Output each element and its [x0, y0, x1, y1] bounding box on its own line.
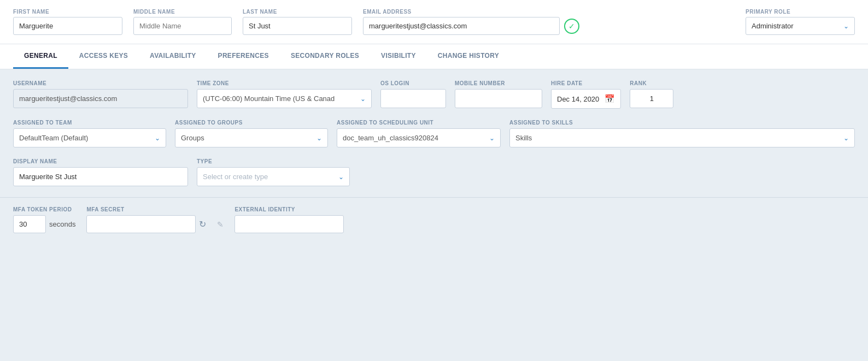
- type-field: TYPE Select or create type ⌄: [197, 158, 350, 186]
- email-wrapper: ✓: [363, 17, 735, 35]
- bottom-section: MFA TOKEN PERIOD seconds MFA SECRET ↻ ✎ …: [0, 197, 868, 242]
- assigned-scheduling-select[interactable]: doc_team_uh_classics920824 ⌄: [337, 128, 501, 147]
- assigned-skills-value: Skills: [515, 134, 840, 142]
- mfa-token-row: seconds: [13, 215, 75, 233]
- assigned-groups-value: Groups: [181, 134, 313, 142]
- assigned-team-select[interactable]: DefaultTeam (Default) ⌄: [13, 128, 166, 147]
- mfa-secret-field: MFA SECRET ↻: [86, 206, 206, 233]
- primary-role-value: Administrator: [752, 22, 840, 30]
- mobile-number-input[interactable]: [455, 89, 542, 108]
- assigned-skills-field: ASSIGNED TO SKILLS Skills ⌄: [509, 120, 855, 147]
- refresh-icon[interactable]: ↻: [199, 219, 206, 229]
- timezone-field: TIME ZONE (UTC-06:00) Mountain Time (US …: [197, 80, 372, 108]
- scheduling-chevron-icon: ⌄: [489, 134, 495, 142]
- os-login-input[interactable]: [380, 89, 446, 108]
- display-name-label: DISPLAY NAME: [13, 158, 188, 164]
- hire-date-picker[interactable]: Dec 14, 2020 📅: [551, 89, 621, 109]
- assigned-groups-label: ASSIGNED TO GROUPS: [175, 120, 328, 126]
- tab-availability[interactable]: AVAILABILITY: [139, 44, 207, 69]
- primary-role-label: PRIMARY ROLE: [746, 9, 855, 15]
- last-name-group: LAST NAME: [243, 9, 352, 35]
- external-identity-input[interactable]: [234, 215, 344, 233]
- assigned-scheduling-field: ASSIGNED TO SCHEDULING UNIT doc_team_uh_…: [337, 120, 501, 147]
- assigned-groups-select[interactable]: Groups ⌄: [175, 128, 328, 147]
- mobile-number-field: MOBILE NUMBER: [455, 80, 542, 108]
- tab-preferences[interactable]: PREFERENCES: [207, 44, 280, 69]
- tab-visibility[interactable]: VISIBILITY: [370, 44, 427, 69]
- rank-label: RANK: [630, 80, 673, 86]
- top-bar: FIRST NAME MIDDLE NAME LAST NAME EMAIL A…: [0, 0, 868, 44]
- hire-date-value: Dec 14, 2020: [557, 95, 599, 103]
- mobile-number-label: MOBILE NUMBER: [455, 80, 542, 86]
- os-login-label: OS LOGIN: [380, 80, 446, 86]
- row-1: USERNAME TIME ZONE (UTC-06:00) Mountain …: [13, 80, 855, 109]
- assigned-scheduling-value: doc_team_uh_classics920824: [343, 134, 486, 142]
- groups-chevron-icon: ⌄: [316, 134, 322, 142]
- mfa-secret-input[interactable]: [86, 215, 196, 233]
- last-name-label: LAST NAME: [243, 9, 352, 15]
- assigned-scheduling-label: ASSIGNED TO SCHEDULING UNIT: [337, 120, 501, 126]
- primary-role-chevron-icon: ⌄: [843, 22, 849, 30]
- type-label: TYPE: [197, 158, 350, 164]
- username-field: USERNAME: [13, 80, 188, 108]
- display-name-field: DISPLAY NAME: [13, 158, 188, 186]
- display-name-input[interactable]: [13, 167, 188, 186]
- seconds-label: seconds: [49, 220, 75, 228]
- middle-name-input[interactable]: [133, 17, 232, 35]
- assigned-groups-field: ASSIGNED TO GROUPS Groups ⌄: [175, 120, 328, 147]
- type-placeholder: Select or create type: [203, 173, 335, 181]
- primary-role-group: PRIMARY ROLE Administrator ⌄: [746, 9, 855, 35]
- primary-role-select[interactable]: Administrator ⌄: [746, 17, 855, 35]
- timezone-value: (UTC-06:00) Mountain Time (US & Canad: [203, 94, 357, 103]
- email-group: EMAIL ADDRESS ✓: [363, 9, 735, 35]
- type-select[interactable]: Select or create type ⌄: [197, 167, 350, 186]
- type-chevron-icon: ⌄: [338, 173, 344, 181]
- hire-date-field: HIRE DATE Dec 14, 2020 📅: [551, 80, 621, 109]
- tab-access-keys[interactable]: ACCESS KEYS: [68, 44, 139, 69]
- mfa-secret-label: MFA SECRET: [86, 206, 206, 212]
- external-identity-label: EXTERNAL IDENTITY: [234, 206, 344, 212]
- mfa-secret-row: ↻: [86, 215, 206, 233]
- assigned-team-field: ASSIGNED TO TEAM DefaultTeam (Default) ⌄: [13, 120, 166, 147]
- hire-date-label: HIRE DATE: [551, 80, 621, 86]
- first-name-group: FIRST NAME: [13, 9, 122, 35]
- timezone-label: TIME ZONE: [197, 80, 372, 86]
- row-3: DISPLAY NAME TYPE Select or create type …: [13, 158, 855, 186]
- email-input[interactable]: [363, 17, 560, 35]
- tab-change-history[interactable]: CHANGE HISTORY: [427, 44, 510, 69]
- os-login-field: OS LOGIN: [380, 80, 446, 108]
- rank-input[interactable]: [630, 89, 673, 108]
- first-name-label: FIRST NAME: [13, 9, 122, 15]
- email-label: EMAIL ADDRESS: [363, 9, 735, 15]
- timezone-chevron-icon: ⌄: [360, 95, 366, 103]
- assigned-skills-select[interactable]: Skills ⌄: [509, 128, 855, 147]
- tab-secondary-roles[interactable]: SECONDARY ROLES: [280, 44, 370, 69]
- calendar-icon[interactable]: 📅: [605, 94, 615, 104]
- rank-field: RANK: [630, 80, 673, 108]
- mfa-token-input[interactable]: [13, 215, 46, 233]
- bottom-row: MFA TOKEN PERIOD seconds MFA SECRET ↻ ✎ …: [13, 206, 855, 233]
- mfa-token-label: MFA TOKEN PERIOD: [13, 206, 75, 212]
- timezone-select[interactable]: (UTC-06:00) Mountain Time (US & Canad ⌄: [197, 89, 372, 108]
- middle-name-group: MIDDLE NAME: [133, 9, 232, 35]
- assigned-team-label: ASSIGNED TO TEAM: [13, 120, 166, 126]
- external-identity-field: EXTERNAL IDENTITY: [234, 206, 344, 233]
- email-verified-icon: ✓: [564, 19, 579, 34]
- last-name-input[interactable]: [243, 17, 352, 35]
- team-chevron-icon: ⌄: [155, 134, 160, 142]
- edit-icon[interactable]: ✎: [217, 220, 224, 233]
- username-label: USERNAME: [13, 80, 188, 86]
- mfa-token-field: MFA TOKEN PERIOD seconds: [13, 206, 75, 233]
- tab-general[interactable]: GENERAL: [13, 44, 68, 69]
- tabs-bar: GENERAL ACCESS KEYS AVAILABILITY PREFERE…: [0, 44, 868, 69]
- assigned-skills-label: ASSIGNED TO SKILLS: [509, 120, 855, 126]
- general-form: USERNAME TIME ZONE (UTC-06:00) Mountain …: [13, 80, 855, 186]
- first-name-input[interactable]: [13, 17, 122, 35]
- skills-chevron-icon: ⌄: [843, 134, 849, 142]
- row-2: ASSIGNED TO TEAM DefaultTeam (Default) ⌄…: [13, 120, 855, 147]
- username-input[interactable]: [13, 89, 188, 108]
- main-content: USERNAME TIME ZONE (UTC-06:00) Mountain …: [0, 69, 868, 197]
- middle-name-label: MIDDLE NAME: [133, 9, 232, 15]
- assigned-team-value: DefaultTeam (Default): [19, 134, 151, 142]
